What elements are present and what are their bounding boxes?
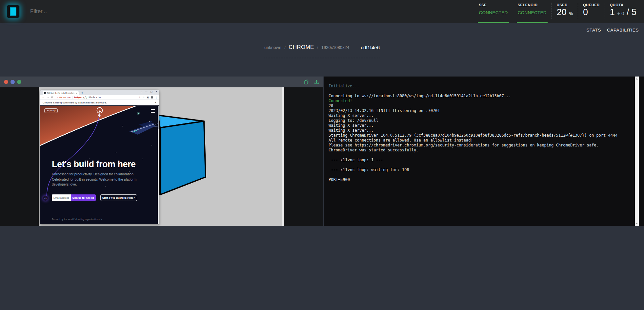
session-browser-name: CHROME (289, 44, 314, 51)
forward-icon[interactable]: → (47, 96, 49, 99)
hamburger-menu-icon[interactable] (151, 109, 155, 113)
window-dot-blue (10, 80, 15, 84)
log-line (329, 172, 630, 177)
used-unit: % (569, 11, 573, 16)
status-queued: QUEUED 0 (578, 0, 605, 23)
trusted-orgs-text: Trusted by the world's leading organizat… (52, 218, 102, 221)
log-line: Logging to: /dev/null (329, 118, 630, 123)
selenoid-label: SELENOID (518, 3, 547, 7)
remote-screen-edge (282, 87, 284, 226)
tab-stats[interactable]: STATS (587, 28, 601, 33)
browser-tab[interactable]: GitHub: Let's build from he... ✕ (43, 91, 79, 95)
url-divider: | (71, 96, 73, 99)
session-row[interactable]: unknown / CHROME / 1920x1080x24 cdf1f4e6 (264, 44, 380, 58)
vnc-titlebar (0, 77, 323, 87)
log-line: Connected! (329, 99, 630, 103)
log-output: Initialize...Connecting to ws://localhos… (329, 84, 630, 182)
infobar-close-icon[interactable]: ✕ (154, 101, 157, 104)
tab-capabilities[interactable]: CAPABILITIES (607, 28, 639, 33)
profile-avatar[interactable] (151, 96, 153, 99)
browser-tab-bar: GitHub: Let's build from he... ✕ + ⌄ — ▢… (40, 90, 159, 95)
new-tab-button[interactable]: + (81, 91, 83, 95)
bookmark-star-icon[interactable]: ☆ (143, 96, 145, 99)
tab-title: GitHub: Let's build from he... (47, 92, 75, 94)
share-icon[interactable]: ⇧ (139, 96, 141, 99)
filter-input[interactable] (30, 5, 168, 18)
log-scrollbar[interactable] (635, 77, 639, 226)
selenoid-status-value: CONNECTED (518, 10, 547, 15)
session-divider: / (284, 45, 286, 50)
hero-cta-row: Sign up for GitHub Start a free enterpri… (52, 194, 137, 201)
log-line: Waiting X server... (329, 113, 630, 118)
tab-search-chevron-icon[interactable]: ⌄ (140, 90, 142, 93)
address-bar[interactable]: ⚠ Not secure | https ://github.com (57, 96, 101, 99)
quota-label: QUOTA (610, 3, 636, 7)
close-icon[interactable]: ✕ (155, 90, 157, 93)
log-line: --- x11vnc loop: 1 --- (329, 158, 630, 163)
log-line: --- x11vnc loop: waiting for: 198 (329, 167, 630, 172)
vnc-remote-screen[interactable]: GitHub: Let's build from he... ✕ + ⌄ — ▢… (39, 87, 284, 226)
vnc-content: GitHub: Let's build from he... ✕ + ⌄ — ▢… (0, 87, 323, 226)
blue-cube-3d (157, 113, 209, 198)
log-line: Waiting X server... (329, 123, 630, 128)
url-scheme: https (74, 96, 82, 99)
url-host: ://github.com (81, 96, 101, 99)
tab-groups-icon[interactable]: ▣ (147, 96, 149, 99)
scroll-up-icon[interactable] (636, 78, 638, 79)
app-header: SSE CONNECTED SELENOID CONNECTED USED 20… (0, 0, 644, 23)
remote-browser-window: GitHub: Let's build from he... ✕ + ⌄ — ▢… (40, 90, 159, 224)
status-quota: QUOTA 1 + 0 / 5 (605, 0, 641, 23)
maximize-icon[interactable]: ▢ (151, 90, 153, 93)
browser-menu-icon[interactable]: ⋮ (155, 96, 157, 99)
status-used: USED 20 % (552, 0, 578, 23)
log-line (329, 153, 630, 158)
log-line (329, 163, 630, 167)
session-id: cdf1f4e6 (361, 45, 380, 50)
log-line: Waiting X server... (329, 128, 630, 133)
window-dot-red (4, 80, 8, 84)
log-line: PORT=5900 (329, 177, 630, 182)
quota-value: 1 + 0 / 5 (610, 7, 636, 17)
scrollbar-thumb[interactable] (158, 106, 159, 129)
used-value: 20 % (557, 7, 573, 17)
used-label: USED (557, 3, 573, 7)
tab-close-icon[interactable]: ✕ (76, 92, 77, 94)
not-secure-warning-icon: ⚠ (57, 96, 58, 99)
log-line: Initialize... (329, 84, 630, 89)
upload-icon[interactable] (314, 79, 319, 84)
window-dot-green (17, 80, 21, 84)
log-line: 20 (329, 103, 630, 108)
log-line: Please see https://chromedriver.chromium… (329, 143, 630, 148)
spacecraft-illustration (129, 121, 159, 135)
log-line: ChromeDriver was started successfully. (329, 148, 630, 153)
code-tag-icon: <> (43, 196, 48, 201)
hero-subheading: Harnessed for productivity. Designed for… (52, 172, 136, 187)
session-log-panel[interactable]: Initialize...Connecting to ws://localhos… (324, 77, 644, 226)
infobar-text: Chrome is being controlled by automated … (43, 101, 107, 104)
vnc-window: GitHub: Let's build from he... ✕ + ⌄ — ▢… (0, 77, 323, 226)
sse-status-value: CONNECTED (479, 10, 508, 15)
status-sse: SSE CONNECTED (474, 0, 513, 23)
copy-clipboard-icon[interactable] (304, 79, 309, 84)
session-screen-resolution: 1920x1080x24 (321, 45, 349, 50)
not-secure-label: Not secure (59, 96, 70, 99)
session-quota-user: unknown (264, 45, 281, 50)
signup-for-github-button[interactable]: Sign up for GitHub (71, 194, 96, 201)
session-divider: / (317, 45, 318, 50)
hero-sign-up-button[interactable]: Sign up (44, 108, 58, 113)
selenoid-logo[interactable] (7, 5, 20, 18)
automation-infobar: Chrome is being controlled by automated … (40, 100, 159, 105)
email-field[interactable] (52, 194, 71, 201)
scroll-down-icon[interactable] (636, 223, 638, 224)
queued-value: 0 (583, 7, 600, 17)
back-icon[interactable]: ← (42, 96, 45, 99)
browser-page-scrollbar[interactable] (158, 106, 159, 224)
github-favicon-icon (44, 92, 46, 94)
enterprise-trial-button[interactable]: Start a free enterprise trial > (100, 194, 137, 201)
minimize-icon[interactable]: — (145, 90, 148, 93)
queued-label: QUEUED (583, 3, 600, 7)
quota-pending: + 0 (617, 11, 624, 16)
log-line: All remote connections are allowed. Use … (329, 138, 630, 143)
github-hero-page: Sign up Let's build from here Harnessed … (40, 105, 159, 224)
reload-icon[interactable]: ⟳ (51, 96, 53, 99)
